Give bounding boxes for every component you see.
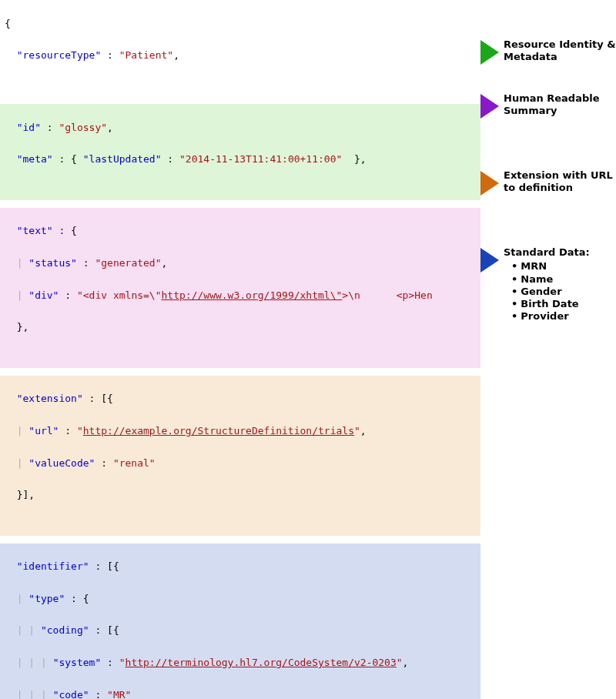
key-div: "div" xyxy=(28,289,59,301)
annotation-identity: Resource Identity & Metadata xyxy=(480,38,616,65)
annotation-data-heading: Standard Data: xyxy=(504,246,590,258)
key-identifier: "identifier" xyxy=(17,560,89,572)
val-div-open: "<div xmlns=\" xyxy=(77,289,162,301)
code-block-text: "text" : { | "status" : "generated", | "… xyxy=(0,208,480,368)
key-coding-system: "system" xyxy=(53,657,102,668)
triangle-purple-icon xyxy=(480,94,499,119)
list-item: Name xyxy=(511,273,590,286)
triangle-orange-icon xyxy=(480,171,499,196)
val-coding-system[interactable]: http://terminology.hl7.org/CodeSystem/v2… xyxy=(126,657,397,668)
val-div-url[interactable]: http://www.w3.org/1999/xhtml\" xyxy=(162,289,343,301)
list-item: Gender xyxy=(511,286,590,298)
val-status: "generated" xyxy=(95,257,161,269)
key-status: "status" xyxy=(28,257,77,269)
key-coding-code: "code" xyxy=(53,689,89,699)
key-ext-url: "url" xyxy=(28,425,59,436)
annotation-summary-text: Human Readable Summary xyxy=(504,92,616,118)
list-item: MRN xyxy=(511,260,590,273)
key-resourceType: "resourceType" xyxy=(17,49,102,61)
annotation-data-list: MRN Name Gender Birth Date Provider xyxy=(504,260,590,323)
val-ext-url[interactable]: http://example.org/StructureDefinition/t… xyxy=(83,425,354,436)
key-extension: "extension" xyxy=(17,393,83,404)
code-column: { "resourceType" : "Patient", "id" : "gl… xyxy=(0,0,480,699)
annotation-data: Standard Data: MRN Name Gender Birth Dat… xyxy=(480,246,590,323)
annotation-summary: Human Readable Summary xyxy=(480,92,616,119)
key-meta: "meta" xyxy=(17,153,53,165)
code-block-data: "identifier" : [{ | "type" : { | | "codi… xyxy=(0,543,480,700)
key-id: "id" xyxy=(17,122,41,133)
annotation-extension-text: Extension with URL to definition xyxy=(504,169,616,195)
val-id: "glossy" xyxy=(59,122,107,133)
key-coding: "coding" xyxy=(41,624,89,636)
page-root: { "resourceType" : "Patient", "id" : "gl… xyxy=(0,0,616,699)
code-block-header: { "resourceType" : "Patient", xyxy=(0,0,480,96)
val-coding-code: "MR" xyxy=(107,689,131,699)
val-resourceType: "Patient" xyxy=(119,49,173,61)
annotation-extension: Extension with URL to definition xyxy=(480,169,616,196)
key-text: "text" xyxy=(17,225,53,236)
list-item: Provider xyxy=(511,310,590,323)
triangle-blue-icon xyxy=(480,248,499,273)
val-lastUpdated: "2014-11-13T11:41:00+11:00" xyxy=(179,153,342,165)
key-valueCode: "valueCode" xyxy=(28,457,95,469)
open-brace: { xyxy=(5,18,11,29)
list-item: Birth Date xyxy=(511,298,590,310)
val-valueCode: "renal" xyxy=(113,457,156,469)
key-lastUpdated: "lastUpdated" xyxy=(83,153,162,165)
annotation-identity-text: Resource Identity & Metadata xyxy=(504,38,616,64)
annotation-data-text: Standard Data: MRN Name Gender Birth Dat… xyxy=(504,246,590,323)
val-div-tail: >\n <p>Hen xyxy=(342,289,432,301)
code-block-identity: "id" : "glossy", "meta" : { "lastUpdated… xyxy=(0,104,480,200)
key-type: "type" xyxy=(28,593,65,604)
code-block-extension: "extension" : [{ | "url" : "http://examp… xyxy=(0,376,480,536)
triangle-green-icon xyxy=(480,40,499,65)
